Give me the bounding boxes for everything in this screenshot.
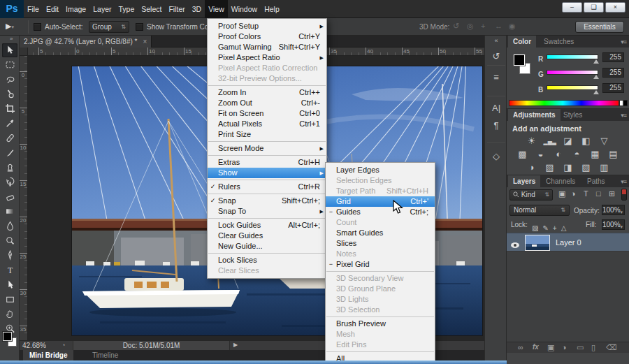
doc-size-field[interactable]: Doc: 5.01M/5.01M xyxy=(73,341,230,351)
menu-item-32-bit-preview-options[interactable]: 32-bit Preview Options... xyxy=(208,73,326,84)
blend-mode-dropdown[interactable]: Normal⇅ xyxy=(509,205,570,216)
minimize-button[interactable]: – xyxy=(562,2,582,13)
menu-image[interactable]: Image xyxy=(62,0,89,18)
menu-item-lock-slices[interactable]: Lock Slices xyxy=(208,255,326,265)
pen-tool[interactable] xyxy=(2,249,17,263)
layer-row[interactable]: Layer 0 xyxy=(507,233,629,252)
hue-saturation-icon[interactable]: ▩ xyxy=(516,149,529,159)
tab-styles[interactable]: Styles xyxy=(558,109,587,121)
menu-file[interactable]: File xyxy=(24,0,43,18)
3d-pan-icon[interactable]: + xyxy=(481,22,485,30)
lock-all-icon[interactable]: △ xyxy=(561,224,567,232)
lock-pixels-icon[interactable]: ✎ xyxy=(542,224,548,232)
b-value[interactable]: 255 xyxy=(602,83,624,93)
r-slider-thumb[interactable] xyxy=(593,59,599,64)
add-layer-mask-icon[interactable]: ▣ xyxy=(547,343,554,352)
fill-value[interactable]: 100%▾ xyxy=(602,219,625,230)
type-tool[interactable]: T xyxy=(2,263,17,277)
expand-dock-button[interactable]: « xyxy=(485,37,507,44)
history-panel-icon[interactable]: ↺ xyxy=(485,51,507,61)
tab-adjustments[interactable]: Adjustments xyxy=(508,109,561,121)
foreground-color-swatch[interactable] xyxy=(3,332,12,341)
menu-layer[interactable]: Layer xyxy=(89,0,115,18)
tab-paths[interactable]: Paths xyxy=(582,175,610,187)
menu-item-clear-slices[interactable]: Clear Slices xyxy=(208,265,326,276)
spot-healing-brush-tool[interactable] xyxy=(2,131,17,145)
lock-position-icon[interactable]: + xyxy=(553,224,557,232)
color-lookup-icon[interactable]: ▤ xyxy=(607,149,620,159)
close-button[interactable]: × xyxy=(605,2,626,13)
blur-tool[interactable] xyxy=(2,219,17,233)
filter-shape-layers-icon[interactable]: □ xyxy=(596,189,601,198)
new-layer-icon[interactable]: ▯ xyxy=(591,343,595,352)
invert-icon[interactable]: ◑ xyxy=(526,162,538,173)
menu-item-actual-pixels[interactable]: Actual PixelsCtrl+1 xyxy=(208,119,326,129)
workspace-button[interactable]: Essentials xyxy=(575,21,624,33)
color-spectrum-ramp[interactable] xyxy=(509,100,619,106)
expand-toolbar-button[interactable]: » xyxy=(10,36,13,42)
menu-item-3d-lights[interactable]: 3D Lights xyxy=(326,294,435,305)
g-slider-thumb[interactable] xyxy=(593,75,599,79)
kind-filter-dropdown[interactable]: Kind⇅ xyxy=(509,189,553,201)
color-balance-icon[interactable]: ◒ xyxy=(535,149,547,159)
hand-tool[interactable] xyxy=(2,307,17,321)
foreground-color-swatch[interactable] xyxy=(514,54,525,66)
3d-orbit-icon[interactable]: ↺ xyxy=(453,22,459,31)
menu-item-snap-to[interactable]: Snap To▶ xyxy=(208,206,326,217)
tab-layers[interactable]: Layers xyxy=(508,175,540,187)
menu-item-proof-setup[interactable]: Proof Setup▶ xyxy=(208,21,326,31)
menu-item-target-path[interactable]: Target PathShift+Ctrl+H xyxy=(326,186,435,196)
menu-item-selection-edges[interactable]: Selection Edges xyxy=(326,175,435,186)
menu-help[interactable]: Help xyxy=(261,0,283,18)
tab-channels[interactable]: Channels xyxy=(541,175,580,187)
lasso-tool[interactable] xyxy=(2,73,17,87)
crop-tool[interactable] xyxy=(2,102,17,116)
filter-pixel-layers-icon[interactable]: ▣ xyxy=(558,189,565,198)
menu-item-brush-preview[interactable]: Brush Preview xyxy=(326,319,435,329)
layer-thumbnail[interactable] xyxy=(525,235,550,251)
paragraph-panel-icon[interactable]: ¶ xyxy=(485,120,507,131)
menu-item-pixel-aspect-ratio[interactable]: Pixel Aspect Ratio▶ xyxy=(208,52,326,63)
dodge-tool[interactable] xyxy=(2,234,17,248)
posterize-icon[interactable]: ▨ xyxy=(544,162,556,173)
filter-type-layers-icon[interactable]: T xyxy=(584,189,588,198)
vertical-ruler[interactable]: 05101520253035 xyxy=(20,56,28,340)
menu-item-edit-pins[interactable]: Edit Pins xyxy=(326,340,435,350)
menu-item-rulers[interactable]: ✓RulersCtrl+R xyxy=(208,182,326,192)
panel-menu-icon[interactable]: ▾≡ xyxy=(621,178,626,185)
g-value[interactable]: 255 xyxy=(602,68,624,78)
menu-item-pixel-grid[interactable]: −Pixel Grid xyxy=(326,259,435,270)
levels-icon[interactable]: ▂▅▃ xyxy=(544,139,556,145)
menu-item-3d-selection[interactable]: 3D Selection xyxy=(326,305,435,315)
spectrum-black-swatch[interactable] xyxy=(623,100,628,106)
eraser-tool[interactable] xyxy=(2,190,17,204)
menu-item-proof-colors[interactable]: Proof ColorsCtrl+Y xyxy=(208,31,326,42)
menu-item-print-size[interactable]: Print Size xyxy=(208,129,326,140)
layer-style-icon[interactable]: fx xyxy=(533,343,539,351)
menu-item-grid[interactable]: GridCtrl+' xyxy=(326,196,435,207)
menu-view[interactable]: View xyxy=(205,0,228,18)
properties-panel-icon[interactable]: ≡ xyxy=(485,72,507,82)
status-options-arrow-icon[interactable]: ▶ xyxy=(233,342,238,348)
r-slider[interactable] xyxy=(547,54,598,59)
b-slider[interactable] xyxy=(547,85,598,90)
menu-3d[interactable]: 3D xyxy=(189,0,205,18)
path-selection-tool[interactable] xyxy=(2,278,17,292)
3d-roll-icon[interactable]: ◎ xyxy=(467,22,474,31)
menu-item-guides[interactable]: −GuidesCtrl+; xyxy=(326,207,435,217)
photo-filter-icon[interactable]: ◓ xyxy=(571,149,584,159)
opacity-value[interactable]: 100%▾ xyxy=(602,205,625,215)
menu-item-pixel-aspect-ratio-correction[interactable]: Pixel Aspect Ratio Correction xyxy=(208,63,326,73)
filter-toggle-switch[interactable] xyxy=(621,189,627,201)
menu-item-lock-guides[interactable]: Lock GuidesAlt+Ctrl+; xyxy=(208,220,326,231)
tab-swatches[interactable]: Swatches xyxy=(539,36,579,48)
menu-item-smart-guides[interactable]: Smart Guides xyxy=(326,228,435,238)
menu-item-notes[interactable]: Notes xyxy=(326,249,435,259)
tab-mini-bridge[interactable]: Mini Bridge xyxy=(23,350,73,361)
lock-transparent-icon[interactable]: ▨ xyxy=(532,224,538,232)
menu-type[interactable]: Type xyxy=(115,0,138,18)
panel-menu-icon[interactable]: ▾≡ xyxy=(621,38,626,45)
tab-color[interactable]: Color xyxy=(508,36,536,48)
menu-item-zoom-in[interactable]: Zoom InCtrl++ xyxy=(208,87,326,98)
document-tab[interactable]: 2.JPG @ 42.7% (Layer 0, RGB/8#) *× xyxy=(20,36,152,48)
